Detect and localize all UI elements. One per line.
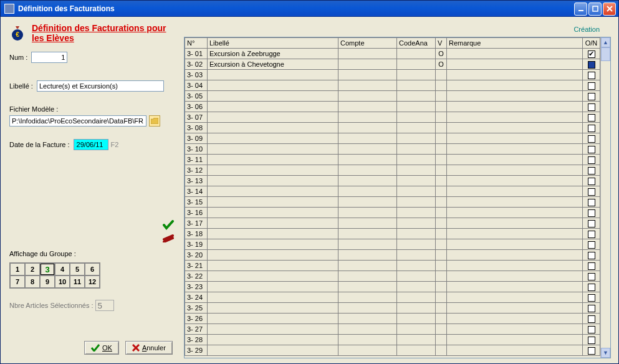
cell-codeana[interactable] (397, 123, 436, 133)
cell-compte[interactable] (338, 155, 397, 165)
cell-v[interactable] (436, 292, 447, 303)
on-checkbox[interactable] (588, 93, 595, 100)
cell-no[interactable]: 3- 20 (185, 250, 208, 261)
cell-remarque[interactable] (447, 324, 583, 335)
cell-remarque[interactable] (447, 165, 583, 176)
cell-on[interactable] (583, 261, 600, 271)
cell-no[interactable]: 3- 13 (185, 176, 208, 186)
table-row[interactable]: 3- 02Excursion à ChevetogneO (185, 59, 600, 70)
cell-compte[interactable] (338, 345, 397, 356)
cell-libelle[interactable] (208, 155, 338, 165)
ok-button[interactable]: OK (84, 341, 119, 355)
table-row[interactable]: 3- 29 (185, 345, 600, 356)
group-cell-11[interactable]: 11 (70, 275, 85, 288)
cell-libelle[interactable] (208, 239, 338, 250)
cell-v[interactable]: O (436, 49, 447, 59)
cell-v[interactable] (436, 80, 447, 91)
cell-compte[interactable] (338, 112, 397, 123)
date-facture-input[interactable] (74, 139, 108, 150)
cell-libelle[interactable] (208, 282, 338, 292)
cell-on[interactable] (583, 133, 600, 144)
cell-no[interactable]: 3- 03 (185, 70, 208, 80)
cell-no[interactable]: 3- 23 (185, 282, 208, 292)
close-button[interactable] (603, 2, 616, 16)
on-checkbox[interactable] (588, 114, 595, 122)
cell-no[interactable]: 3- 21 (185, 261, 208, 271)
cell-on[interactable] (583, 345, 600, 356)
vertical-scrollbar[interactable]: ▲ ▼ (600, 37, 610, 358)
cell-libelle[interactable] (208, 91, 338, 102)
cell-compte[interactable] (338, 314, 397, 324)
cell-v[interactable] (436, 102, 447, 112)
on-checkbox[interactable] (588, 315, 595, 323)
cell-compte[interactable] (338, 144, 397, 155)
cell-codeana[interactable] (397, 218, 436, 229)
cell-compte[interactable] (338, 123, 397, 133)
table-row[interactable]: 3- 21 (185, 261, 600, 271)
cell-no[interactable]: 3- 04 (185, 80, 208, 91)
cell-libelle[interactable] (208, 70, 338, 80)
cell-compte[interactable] (338, 250, 397, 261)
cell-libelle[interactable] (208, 144, 338, 155)
cell-compte[interactable] (338, 59, 397, 70)
cell-libelle[interactable] (208, 208, 338, 218)
cell-remarque[interactable] (447, 176, 583, 186)
cell-on[interactable] (583, 186, 600, 197)
cell-v[interactable] (436, 239, 447, 250)
cell-remarque[interactable] (447, 91, 583, 102)
cell-remarque[interactable] (447, 261, 583, 271)
cell-compte[interactable] (338, 303, 397, 314)
cell-compte[interactable] (338, 218, 397, 229)
table-row[interactable]: 3- 05 (185, 91, 600, 102)
group-cell-5[interactable]: 5 (70, 263, 85, 275)
cell-libelle[interactable]: Excursion à Zeebrugge (208, 49, 338, 59)
cell-libelle[interactable] (208, 112, 338, 123)
cell-remarque[interactable] (447, 70, 583, 80)
col-compte[interactable]: Compte (338, 38, 397, 49)
table-row[interactable]: 3- 18 (185, 229, 600, 239)
cell-v[interactable] (436, 123, 447, 133)
cell-codeana[interactable] (397, 282, 436, 292)
cell-on[interactable] (583, 59, 600, 70)
on-checkbox[interactable] (588, 82, 595, 90)
cell-libelle[interactable] (208, 271, 338, 282)
cell-remarque[interactable] (447, 303, 583, 314)
cell-remarque[interactable] (447, 250, 583, 261)
cell-compte[interactable] (338, 229, 397, 239)
cell-remarque[interactable] (447, 112, 583, 123)
annuler-button[interactable]: Annuler (125, 341, 173, 355)
cell-no[interactable]: 3- 22 (185, 271, 208, 282)
on-checkbox[interactable] (588, 135, 595, 143)
group-cell-4[interactable]: 4 (55, 263, 70, 275)
cell-codeana[interactable] (397, 70, 436, 80)
table-row[interactable]: 3- 16 (185, 208, 600, 218)
cell-remarque[interactable] (447, 197, 583, 208)
cell-compte[interactable] (338, 197, 397, 208)
cell-libelle[interactable] (208, 292, 338, 303)
cell-on[interactable] (583, 303, 600, 314)
cell-on[interactable] (583, 282, 600, 292)
on-checkbox[interactable] (588, 72, 595, 79)
cell-no[interactable]: 3- 05 (185, 91, 208, 102)
cell-compte[interactable] (338, 324, 397, 335)
cell-v[interactable] (436, 314, 447, 324)
cell-on[interactable] (583, 144, 600, 155)
scroll-down-arrow[interactable]: ▼ (601, 348, 610, 358)
table-row[interactable]: 3- 20 (185, 250, 600, 261)
cell-on[interactable] (583, 80, 600, 91)
cell-codeana[interactable] (397, 250, 436, 261)
cell-compte[interactable] (338, 292, 397, 303)
cell-on[interactable] (583, 176, 600, 186)
cell-on[interactable] (583, 49, 600, 59)
cell-on[interactable] (583, 292, 600, 303)
col-v[interactable]: V (436, 38, 447, 49)
cell-codeana[interactable] (397, 144, 436, 155)
cell-no[interactable]: 3- 12 (185, 165, 208, 176)
cell-remarque[interactable] (447, 102, 583, 112)
scroll-up-arrow[interactable]: ▲ (601, 37, 610, 47)
cell-no[interactable]: 3- 15 (185, 197, 208, 208)
cell-v[interactable] (436, 155, 447, 165)
cell-no[interactable]: 3- 19 (185, 239, 208, 250)
on-checkbox[interactable] (588, 188, 595, 196)
cell-on[interactable] (583, 314, 600, 324)
